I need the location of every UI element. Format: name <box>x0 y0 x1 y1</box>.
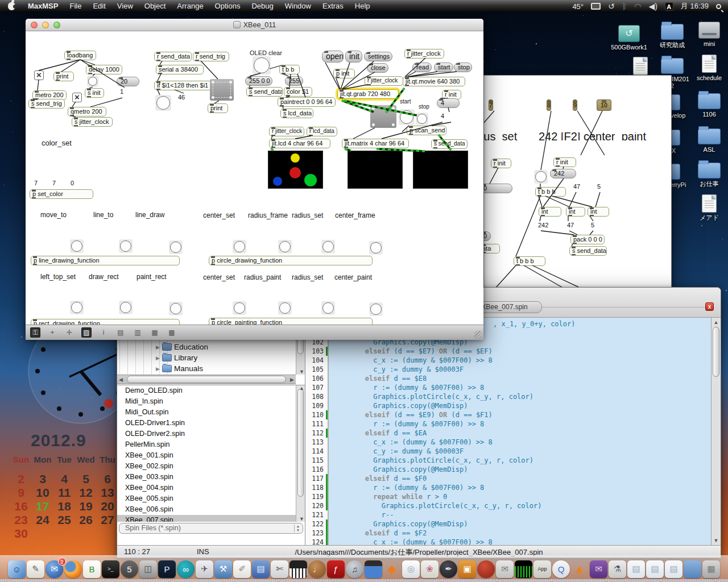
spotlight-icon[interactable] <box>716 4 721 9</box>
file-item[interactable]: XBee_005.spin <box>117 493 305 504</box>
bang-button[interactable] <box>70 239 84 253</box>
object-box[interactable]: t b b <box>279 65 300 74</box>
app-label-icon[interactable]: App <box>533 560 551 578</box>
input-menu-icon[interactable]: A <box>665 2 673 11</box>
max-titlebar[interactable]: XBee_011 <box>26 19 483 31</box>
slider[interactable] <box>89 280 101 309</box>
slider[interactable] <box>218 280 229 309</box>
object-box[interactable]: jit.qt.movie 640 380 <box>403 77 465 86</box>
message-box[interactable]: stop <box>454 63 472 72</box>
number-box[interactable]: 47 <box>567 221 592 229</box>
bang-button[interactable] <box>534 170 548 184</box>
trash-icon[interactable]: ▦ <box>702 560 720 578</box>
file-list[interactable]: Demo_OLED.spinMidi_In.spinMidi_Out.spinO… <box>117 385 305 522</box>
disclosure-triangle-icon[interactable]: ▶ <box>156 344 160 350</box>
max-patcher-window[interactable]: XBee_011 loadbangdelay 1000print×metro 2… <box>26 19 483 340</box>
red-pot-icon[interactable] <box>477 560 495 578</box>
slider[interactable] <box>307 218 318 248</box>
slider[interactable] <box>249 218 260 248</box>
object-box[interactable]: jit.qt.grab 720 480 <box>337 89 399 99</box>
slider[interactable] <box>104 218 115 248</box>
object-box[interactable]: ata <box>484 244 500 253</box>
number-box[interactable]: 7 <box>52 179 69 187</box>
menu-file[interactable]: File <box>64 2 87 10</box>
slider[interactable] <box>34 152 47 180</box>
bang-button[interactable] <box>87 76 98 87</box>
object-box[interactable]: color $1 <box>284 87 312 97</box>
menu-object[interactable]: Object <box>139 2 172 10</box>
info-icon[interactable]: i <box>98 327 109 338</box>
apple-menu[interactable] <box>0 2 22 10</box>
presentation-icon[interactable]: ▨ <box>81 327 92 338</box>
menu-window[interactable]: Window <box>279 2 317 10</box>
xcode-icon[interactable]: ⚒ <box>214 560 232 578</box>
slider[interactable] <box>573 155 590 181</box>
object-box[interactable]: s jitter_clock <box>72 117 113 127</box>
slider[interactable] <box>153 280 164 309</box>
menu-extras[interactable]: Extras <box>317 2 349 10</box>
object-box[interactable]: delay 1000 <box>86 65 122 74</box>
desktop-icon-お仕事[interactable]: お仕事 <box>691 159 727 187</box>
desktop-icon-500GBwork1[interactable]: ↺500GBwork1 <box>611 23 647 51</box>
bang-button[interactable] <box>233 301 246 315</box>
tree-item-manuals[interactable]: ▶Manuals <box>156 364 203 373</box>
object-box[interactable]: r lcd_data <box>307 127 337 136</box>
grid-icon[interactable]: ▦ <box>150 327 160 338</box>
bathyscaphe-icon[interactable]: B <box>83 560 101 578</box>
itunes-icon[interactable]: ♫ <box>346 560 363 578</box>
key-number-box[interactable]: 9 <box>573 99 577 111</box>
toggle[interactable]: × <box>34 70 44 80</box>
file-item[interactable]: OLED-Driver1.spin <box>117 418 305 429</box>
object-box[interactable]: r send_data <box>154 52 192 61</box>
slider[interactable] <box>336 280 348 309</box>
key-number-box[interactable]: 7 <box>489 99 493 111</box>
message-box[interactable]: 255 0 0 <box>245 76 272 86</box>
processing-icon[interactable]: P <box>158 560 176 578</box>
slider[interactable] <box>54 218 65 248</box>
message-box[interactable]: 255 <box>285 76 303 86</box>
object-box[interactable]: r jitter_clock <box>269 127 304 136</box>
bang-button[interactable] <box>416 113 428 125</box>
slider[interactable] <box>104 280 115 309</box>
package-icon[interactable]: ✉ <box>590 560 607 578</box>
file-item[interactable]: XBee_006.spin <box>117 504 305 515</box>
object-box[interactable]: s send_trig <box>28 99 65 109</box>
object-box[interactable]: s send_data <box>246 87 283 97</box>
object-box[interactable]: int <box>566 207 585 217</box>
object-box[interactable]: p circle_drawing_function <box>209 256 373 265</box>
display-menu-icon[interactable] <box>591 3 601 10</box>
file-item[interactable]: Midi_In.spin <box>117 396 305 407</box>
firefox-icon[interactable] <box>64 560 82 578</box>
object-box[interactable]: s send_data <box>569 246 607 256</box>
object-box[interactable]: jit.lcd 4 char 96 64 <box>269 139 330 148</box>
iphoto-icon[interactable]: ❀ <box>421 560 439 578</box>
slider[interactable] <box>307 280 318 309</box>
dock-folder-icon[interactable] <box>684 560 701 578</box>
midi-keyboard-icon[interactable] <box>289 560 307 578</box>
slider[interactable] <box>350 218 362 248</box>
object-box[interactable]: print <box>53 72 74 81</box>
number-box[interactable]: 7 <box>34 179 51 187</box>
desktop-icon-研究助成[interactable]: 研究助成 <box>654 20 690 48</box>
bluetooth-icon[interactable]: ᛒ <box>622 2 627 11</box>
menu-help[interactable]: Help <box>349 2 376 10</box>
terminal-icon[interactable]: >_ <box>102 560 119 578</box>
bang-button[interactable] <box>233 240 246 253</box>
message-box[interactable]: read <box>412 63 432 72</box>
message-box[interactable]: start <box>434 63 453 72</box>
object-box[interactable]: s lcd_data <box>280 109 313 118</box>
menu-maxmsp[interactable]: MaxMSP <box>22 2 64 10</box>
bang-button[interactable] <box>70 301 84 314</box>
message-box[interactable]: settings <box>364 52 392 61</box>
disclosure-triangle-icon[interactable]: ▶ <box>156 366 160 372</box>
object-box[interactable]: int <box>588 207 609 217</box>
number-box[interactable]: 4 <box>441 112 469 120</box>
object-box[interactable]: serial a 38400 <box>156 65 204 74</box>
file-item[interactable]: XBee_002.spin <box>117 461 305 472</box>
bang-button[interactable] <box>278 301 292 315</box>
tree-item-library[interactable]: ▶Library <box>156 354 197 362</box>
window-doc2-icon[interactable]: ▤ <box>646 560 664 578</box>
object-box[interactable]: s send_data <box>431 139 468 149</box>
slider[interactable] <box>218 218 229 248</box>
file-item[interactable]: XBee_003.spin <box>117 472 305 483</box>
